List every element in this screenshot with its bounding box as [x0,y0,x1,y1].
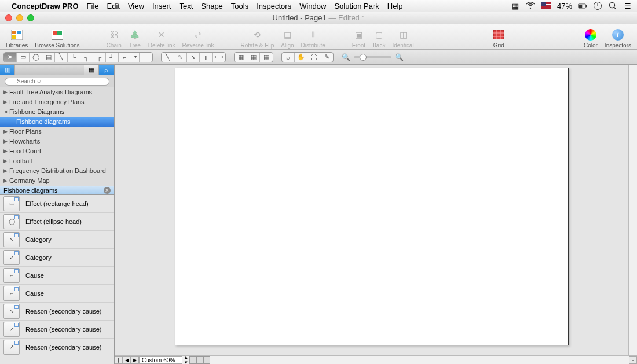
resize-corner[interactable]: ⋰ [629,356,637,364]
app-name[interactable]: ConceptDraw PRO [12,2,79,10]
drawing-canvas[interactable] [175,68,569,345]
shape-item[interactable]: ↘Reason (secondary cause) [0,303,114,321]
menu-file[interactable]: File [87,2,99,10]
reverse-link-button[interactable]: ⇄Reverse link [180,25,216,49]
snap-1[interactable]: ▦ [235,53,247,62]
tree-item[interactable]: Fishbone diagrams [0,117,114,127]
sidebar-tab-search[interactable]: ⌕ [99,65,114,75]
shape-item[interactable]: ←Cause [0,285,114,303]
scroll-pause[interactable]: ∥ [115,356,123,364]
menu-inspectors[interactable]: Inspectors [257,2,291,10]
delete-link-button[interactable]: ✕Delete link [146,25,178,49]
shape-item[interactable]: ▭Effect (rectange head) [0,195,114,213]
grid-apps-icon[interactable]: ▦ [511,1,520,10]
zoom-in-icon[interactable]: 🔍 [395,53,404,61]
color-button[interactable]: Color [581,25,600,49]
tree-item[interactable]: ▶Frequency Distribution Dashboard [0,166,114,176]
page-tab-2[interactable] [196,356,203,364]
shapes-panel-header[interactable]: Fishbone diagrams ✕ [0,186,114,195]
line-4[interactable]: ⫿ [200,53,213,62]
pointer-tool[interactable]: ➤ [4,53,17,62]
shape-item[interactable]: ↖Category [0,231,114,249]
menu-view[interactable]: View [128,2,144,10]
tree-item[interactable]: ▶Football [0,156,114,166]
rotate-flip-button[interactable]: ⟲Rotate & Flip [239,25,277,49]
hand-tool[interactable]: ✋ [295,53,307,62]
tree-item[interactable]: ▶Flowcharts [0,137,114,146]
menu-solutionpark[interactable]: Solution Park [334,2,379,10]
back-button[interactable]: ▢Back [370,25,387,49]
align-button[interactable]: ▤Align [279,25,296,49]
menu-list-icon[interactable]: ☰ [623,1,632,10]
canvas-viewport[interactable] [115,65,628,355]
shape-item[interactable]: ◯Effect (ellipse head) [0,213,114,231]
wifi-icon[interactable] [526,1,535,10]
edit-tool[interactable]: ✎ [320,53,333,62]
snap-3[interactable]: ▦ [260,53,273,62]
vertical-scrollbar[interactable] [628,65,637,355]
page-tool[interactable]: ▫ [140,53,152,62]
scroll-right[interactable]: ▶ [131,356,139,364]
connector-tool-5[interactable]: ⌐ [119,53,131,62]
scroll-left[interactable]: ◀ [123,356,131,364]
menu-insert[interactable]: Insert [152,2,171,10]
tree-item[interactable]: ▶Fault Tree Analysis Diagrams [0,87,114,97]
front-button[interactable]: ▣Front [350,25,368,49]
shape-item[interactable]: ↗Reason (secondary cause) [0,339,114,356]
zoom-out-icon[interactable]: 🔍 [342,53,350,61]
line-3[interactable]: ↘ [187,53,200,62]
zoom-tool[interactable]: ⌕ [282,53,295,62]
line-2[interactable]: ⤡ [174,53,187,62]
sidebar-tab-panel[interactable]: ▥ [0,65,15,75]
connector-tool-3[interactable]: ┌ [93,53,106,62]
close-window-button[interactable] [5,14,12,21]
zoom-window-button[interactable] [27,14,34,21]
spotlight-icon[interactable] [608,1,617,10]
tree-item[interactable]: ▶Food Court [0,146,114,156]
inspectors-button[interactable]: i Inspectors [602,25,634,49]
identical-button[interactable]: ◫Identical [390,25,416,49]
search-input[interactable] [5,78,109,86]
text-tool[interactable]: ▤ [42,53,55,62]
clock-icon[interactable] [593,1,602,10]
connector-tool-1[interactable]: └ [68,53,80,62]
menu-help[interactable]: Help [387,2,403,10]
connector-tool-2[interactable]: ┐ [80,53,93,62]
menu-tools[interactable]: Tools [231,2,248,10]
tree-button[interactable]: 🌲Tree [126,25,144,49]
chain-button[interactable]: ⛓Chain [104,25,124,49]
ellipse-tool[interactable]: ◯ [30,53,42,62]
flag-us-icon[interactable] [541,2,551,9]
page-tab-3[interactable] [203,356,210,364]
shape-item[interactable]: ↗Reason (secondary cause) [0,321,114,339]
grid-button[interactable]: Grid [490,25,507,49]
battery-icon[interactable] [578,1,587,10]
menu-text[interactable]: Text [179,2,193,10]
tool-dropdown[interactable]: ▾ [131,53,140,62]
browse-solutions-button[interactable]: Browse Solutions [32,25,82,49]
shape-item[interactable]: ←Cause [0,267,114,285]
line-tool[interactable]: ╲ [55,53,68,62]
tree-item[interactable]: ▶Floor Plans [0,127,114,137]
tree-item[interactable]: ▶Germany Map [0,176,114,186]
rect-tool[interactable]: ▭ [17,53,30,62]
line-5[interactable]: ⟷ [213,53,225,62]
connector-tool-4[interactable]: ┘ [106,53,119,62]
zoom-slider[interactable] [354,56,391,58]
libraries-button[interactable]: Libraries [3,25,30,49]
sidebar-tab-grid[interactable]: ▦ [84,65,99,75]
minimize-window-button[interactable] [16,14,23,21]
zoom-stepper[interactable]: ▲▼ [182,355,189,364]
menu-edit[interactable]: Edit [107,2,120,10]
distribute-button[interactable]: ⫴Distribute [299,25,328,49]
zoom-level-select[interactable]: Custom 60% [139,356,182,364]
tree-item[interactable]: ▶Fire and Emergency Plans [0,97,114,107]
chevron-down-icon[interactable]: ˅ [361,16,364,21]
close-panel-icon[interactable]: ✕ [104,187,111,194]
menu-shape[interactable]: Shape [201,2,223,10]
line-1[interactable]: ╲ [162,53,174,62]
stamp-tool[interactable]: ⛶ [307,53,320,62]
page-tab-1[interactable] [189,356,196,364]
menu-window[interactable]: Window [299,2,326,10]
snap-2[interactable]: ▦ [247,53,260,62]
